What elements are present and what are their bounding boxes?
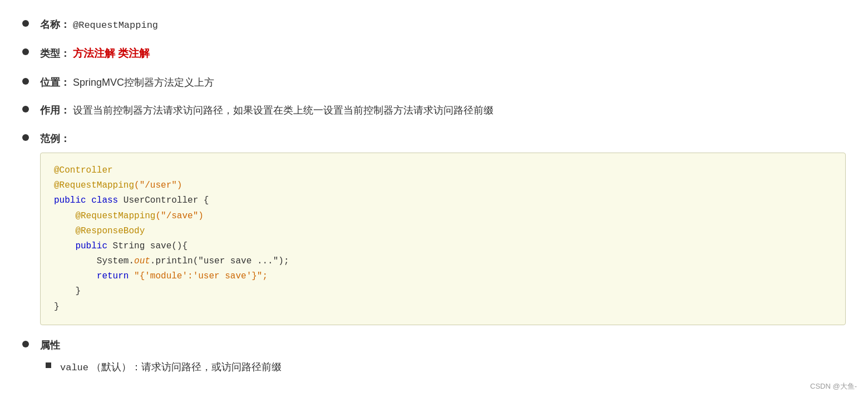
list-item-type: 类型： 方法注解 类注解 [22,45,846,62]
list-item-location: 位置： SpringMVC控制器方法定义上方 [22,75,846,91]
watermark: CSDN @大鱼- [810,381,857,391]
code-line6-keyword: public [75,241,107,251]
code-line4-string: ("/save") [155,211,203,221]
list-item-usage: 作用： 设置当前控制器方法请求访问路径，如果设置在类上统一设置当前控制器方法请求… [22,102,846,119]
item-usage-label: 作用： [40,105,70,116]
code-line6-space: String [107,241,150,251]
code-line8-string: "{'module':'user save'}"; [129,271,268,281]
sub-bullet-list: value （默认）：请求访问路径，或访问路径前缀 [40,359,846,375]
item-name-value: @RequestMapping [73,20,158,31]
bullet-dot [22,106,29,112]
item-location-value: SpringMVC控制器方法定义上方 [73,77,214,88]
item-location-content: 位置： SpringMVC控制器方法定义上方 [40,75,846,91]
code-line2-annotation: @RequestMapping [54,180,134,190]
item-type-label: 类型： [40,48,70,59]
item-name-content: 名称： @RequestMapping [40,17,846,33]
code-line7-system: System. [97,256,134,266]
sub-item-value-content: value （默认）：请求访问路径，或访问路径前缀 [60,359,846,375]
bullet-dot [22,341,29,347]
code-line2-string: ("/user") [134,180,182,190]
code-block: @Controller @RequestMapping("/user") pub… [40,153,846,325]
list-item-example: 范例： @Controller @RequestMapping("/user")… [22,131,846,325]
code-line3-class: UserController { [124,195,209,205]
item-usage-content: 作用： 设置当前控制器方法请求访问路径，如果设置在类上统一设置当前控制器方法请求… [40,102,846,119]
sub-item-value-name: value [60,362,88,373]
code-line7-println: .println("user save ..."); [150,256,289,266]
sub-bullet-square [46,362,51,368]
bullet-list: 名称： @RequestMapping 类型： 方法注解 类注解 位置： Spr… [22,17,846,380]
item-usage-value: 设置当前控制器方法请求访问路径，如果设置在类上统一设置当前控制器方法请求访问路径… [73,105,494,116]
code-line10-brace: } [54,302,60,312]
bullet-dot [22,134,29,141]
item-type-content: 类型： 方法注解 类注解 [40,45,846,62]
code-line6-method: save(){ [150,241,188,251]
item-attributes-label: 属性 [40,340,60,351]
item-location-label: 位置： [40,77,70,88]
code-line3-keyword: public class [54,195,124,205]
item-attributes-content: 属性 value （默认）：请求访问路径，或访问路径前缀 [40,337,846,380]
code-line4-annotation: @RequestMapping [75,211,155,221]
code-line8-return: return [97,271,129,281]
main-content: 名称： @RequestMapping 类型： 方法注解 类注解 位置： Spr… [22,17,846,380]
bullet-dot [22,78,29,85]
item-name-label: 名称： [40,19,70,30]
list-item-attributes: 属性 value （默认）：请求访问路径，或访问路径前缀 [22,337,846,380]
code-line9-brace: } [75,286,81,296]
code-line1-annotation: @Controller [54,165,113,175]
code-line5-annotation: @ResponseBody [75,226,145,236]
item-example-content: 范例： @Controller @RequestMapping("/user")… [40,131,846,325]
item-example-label: 范例： [40,133,70,144]
sub-list-item-value: value （默认）：请求访问路径，或访问路径前缀 [46,359,846,375]
bullet-dot [22,20,29,27]
sub-item-value-desc: （默认）：请求访问路径，或访问路径前缀 [91,361,282,373]
bullet-dot [22,48,29,55]
list-item-name: 名称： @RequestMapping [22,17,846,33]
item-type-value: 方法注解 类注解 [73,47,150,59]
code-line7-out: out [134,256,150,266]
